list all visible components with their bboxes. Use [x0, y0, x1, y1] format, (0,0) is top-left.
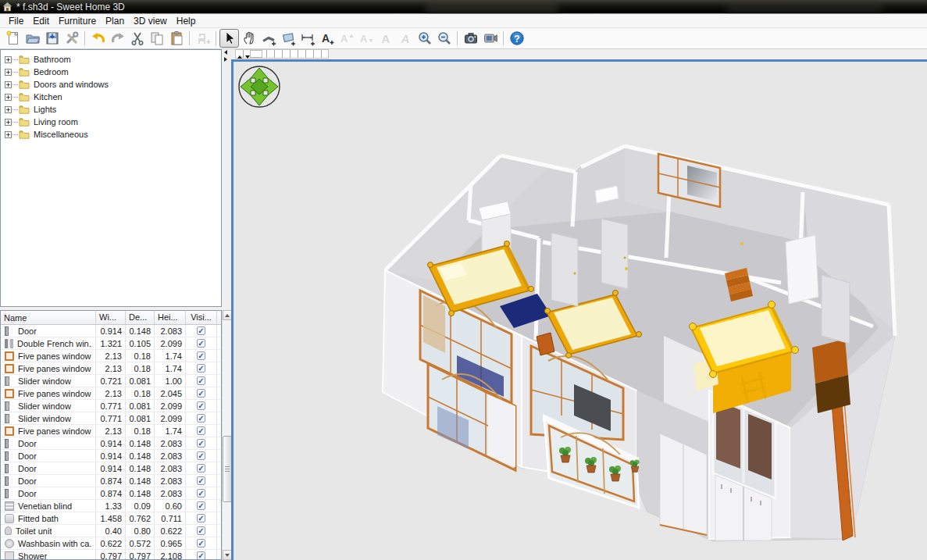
furniture-row[interactable]: Five panes window 2.13 0.18 1.74	[1, 350, 221, 362]
menu-plan[interactable]: Plan	[101, 15, 129, 27]
expand-plus-icon[interactable]	[5, 119, 12, 126]
furniture-width: 1.458	[96, 512, 126, 524]
create-text-button[interactable]	[317, 29, 337, 48]
select-tool-button[interactable]	[219, 29, 239, 48]
catalog-category-living-room[interactable]: Living room	[3, 116, 221, 128]
furniture-row[interactable]: Door 0.914 0.148 2.083	[1, 450, 221, 462]
visible-checkbox[interactable]	[197, 476, 205, 485]
furniture-row[interactable]: Fitted bath 1.458 0.762 0.711	[1, 512, 221, 525]
catalog-category-bathroom[interactable]: Bathroom	[3, 53, 221, 66]
create-walls-button[interactable]	[258, 29, 278, 48]
copy-button[interactable]	[147, 29, 166, 48]
undo-button[interactable]	[88, 29, 108, 48]
visible-checkbox[interactable]	[197, 489, 205, 498]
furniture-row[interactable]: Double French win... 1.321 0.105 2.099	[1, 337, 221, 350]
visible-checkbox[interactable]	[197, 326, 205, 335]
visible-checkbox[interactable]	[197, 364, 205, 373]
furniture-row[interactable]: Shower 0.797 0.797 2.108	[1, 550, 221, 560]
furniture-row[interactable]: Door 0.914 0.148 2.083	[1, 462, 221, 475]
splitter-collapse-arrows[interactable]	[224, 50, 227, 62]
furniture-row[interactable]: Venetian blind 1.33 0.09 0.60	[1, 500, 221, 512]
navigation-compass-icon[interactable]	[239, 66, 280, 107]
menu-edit[interactable]: Edit	[28, 15, 54, 27]
furniture-row[interactable]: Door 0.874 0.148 2.083	[1, 475, 221, 487]
visible-checkbox[interactable]	[197, 451, 205, 460]
visible-checkbox[interactable]	[197, 439, 205, 448]
visible-checkbox[interactable]	[197, 401, 205, 410]
zoom-in-button[interactable]	[415, 29, 434, 48]
folder-icon	[19, 55, 30, 64]
column-header-height[interactable]: Hei...	[155, 311, 186, 324]
furniture-row[interactable]: Slider window 0.771 0.081 2.099	[1, 412, 221, 425]
furniture-row[interactable]: Toilet unit 0.40 0.80 0.622	[1, 525, 221, 537]
furniture-depth: 0.148	[126, 437, 155, 449]
catalog-category-doors-and-windows[interactable]: Doors and windows	[3, 78, 221, 91]
3d-view-panel[interactable]	[231, 59, 927, 560]
expand-plus-icon[interactable]	[5, 94, 12, 101]
visible-checkbox[interactable]	[197, 501, 205, 510]
title-bar[interactable]: * f.sh3d - Sweet Home 3D	[0, 0, 927, 14]
catalog-category-miscellaneous[interactable]: Miscellaneous	[3, 128, 221, 141]
menu-file[interactable]: File	[4, 15, 28, 27]
furniture-depth: 0.148	[126, 475, 155, 487]
catalog-category-lights[interactable]: Lights	[3, 103, 221, 116]
furniture-row[interactable]: Five panes window 2.13 0.18 1.74	[1, 425, 221, 437]
toolbar-separator	[212, 29, 219, 48]
open-home-button[interactable]	[23, 29, 42, 48]
furniture-table-scrollbar[interactable]	[222, 310, 231, 560]
visible-checkbox[interactable]	[197, 551, 205, 560]
preferences-button[interactable]	[62, 29, 81, 48]
3d-view-canvas[interactable]	[234, 62, 927, 560]
expand-plus-icon[interactable]	[5, 106, 12, 113]
furniture-row[interactable]: Door 0.914 0.148 2.083	[1, 437, 221, 450]
save-home-button[interactable]	[42, 29, 62, 48]
visible-checkbox[interactable]	[197, 351, 205, 360]
visible-checkbox[interactable]	[197, 464, 205, 473]
expand-plus-icon[interactable]	[5, 131, 12, 138]
visible-checkbox[interactable]	[197, 389, 205, 398]
catalog-category-bedroom[interactable]: Bedroom	[3, 66, 221, 78]
menu-3d-view[interactable]: 3D view	[129, 15, 172, 27]
column-header-visible[interactable]: Visi...	[186, 311, 217, 324]
visible-checkbox[interactable]	[197, 339, 205, 348]
column-header-width[interactable]: Wi...	[96, 311, 126, 324]
visible-checkbox[interactable]	[197, 514, 205, 523]
furniture-row[interactable]: Slider window 0.721 0.081 1.00	[1, 375, 221, 387]
furniture-row[interactable]: Five panes window 2.13 0.18 2.045	[1, 387, 221, 400]
toolbar-separator	[454, 29, 461, 48]
visible-checkbox[interactable]	[197, 539, 205, 548]
expand-plus-icon[interactable]	[5, 56, 12, 63]
furniture-width: 1.33	[96, 500, 126, 512]
menu-furniture[interactable]: Furniture	[54, 15, 101, 27]
redo-button[interactable]	[108, 29, 127, 48]
column-header-name[interactable]: Name	[1, 311, 96, 324]
pan-tool-button[interactable]	[239, 29, 258, 48]
menu-help[interactable]: Help	[172, 15, 201, 27]
expand-plus-icon[interactable]	[5, 69, 12, 76]
furniture-row[interactable]: Slider window 0.771 0.081 2.099	[1, 400, 221, 412]
plan-splitter-arrows[interactable]	[237, 55, 250, 59]
create-rooms-button[interactable]	[278, 29, 298, 48]
furniture-row[interactable]: Five panes window 2.13 0.18 1.74	[1, 362, 221, 375]
help-button[interactable]	[507, 29, 526, 48]
paste-button[interactable]	[166, 29, 186, 48]
cut-button[interactable]	[127, 29, 147, 48]
furniture-row[interactable]: Washbasin with ca... 0.622 0.572 0.965	[1, 537, 221, 550]
new-home-button[interactable]	[3, 29, 23, 48]
create-dimensions-button[interactable]	[298, 29, 317, 48]
zoom-out-button[interactable]	[434, 29, 454, 48]
visible-checkbox[interactable]	[197, 376, 205, 385]
catalog-category-kitchen[interactable]: Kitchen	[3, 91, 221, 103]
column-header-depth[interactable]: De...	[126, 311, 155, 324]
create-video-button[interactable]	[480, 29, 500, 48]
expand-plus-icon[interactable]	[5, 81, 12, 88]
furniture-row[interactable]: Door 0.874 0.148 2.083	[1, 487, 221, 500]
furniture-catalog-panel: Bathroom Bedroom	[0, 49, 222, 307]
create-photo-button[interactable]	[461, 29, 480, 48]
furniture-height: 2.099	[155, 337, 186, 349]
furniture-row[interactable]: Door 0.914 0.148 2.083	[1, 325, 221, 337]
visible-checkbox[interactable]	[197, 414, 205, 423]
visible-checkbox[interactable]	[197, 526, 205, 535]
category-label: Miscellaneous	[34, 130, 88, 139]
visible-checkbox[interactable]	[197, 426, 205, 435]
